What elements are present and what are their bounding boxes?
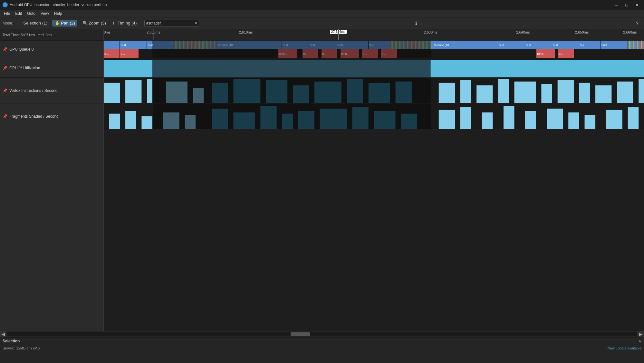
svg-rect-23 xyxy=(558,80,574,103)
pin-icon-gpu-util[interactable]: 📌 xyxy=(3,66,7,70)
track-label-gpu-queue: 📌 GPU Queue 0 xyxy=(0,41,104,58)
scrollbar-area: ◀ ▶ xyxy=(0,331,644,337)
menu-help[interactable]: Help xyxy=(52,11,65,16)
menu-edit[interactable]: Edit xyxy=(13,11,24,16)
svg-rect-25 xyxy=(595,85,611,103)
svg-rect-19 xyxy=(476,85,493,103)
help-button[interactable]: ? xyxy=(633,19,641,27)
fragments-label: Fragments Shaded / Second xyxy=(9,114,59,119)
selection-header: Selection ∧ xyxy=(0,338,644,345)
ruler-tick-line xyxy=(630,29,630,40)
maximize-button[interactable]: □ xyxy=(622,1,631,8)
svg-rect-48 xyxy=(547,109,563,129)
track-label-gpu-util: 📌 GPU % Utilization xyxy=(0,58,104,78)
svg-rect-22 xyxy=(541,84,552,103)
queue-binn-chip[interactable]: B... xyxy=(120,49,139,58)
ruler-tick-line xyxy=(153,29,154,40)
server-value: 12MB of 77MB xyxy=(16,346,40,350)
ruler-label-col: Total Time: 5s071ms ⊢⊣ 2ms xyxy=(0,29,104,40)
svg-rect-26 xyxy=(617,82,633,103)
svg-rect-51 xyxy=(606,110,622,129)
ruler-tick-line xyxy=(338,29,339,40)
scale-label: 2ms xyxy=(45,33,52,37)
vertex-chart xyxy=(104,78,644,103)
scrollbar-thumb[interactable] xyxy=(291,332,310,336)
ruler-content-col: 27.744ms 2,590ms2,600ms2,610ms2,620ms2,6… xyxy=(104,29,644,40)
menu-file[interactable]: File xyxy=(1,11,13,16)
selection-icon: ⬚ xyxy=(18,21,22,25)
svg-rect-1 xyxy=(152,60,431,77)
selection-title: Selection xyxy=(3,339,20,343)
pin-icon-fragments[interactable]: 📌 xyxy=(3,114,7,119)
track-vertex: 📌 Vertex Instructions / Second xyxy=(0,78,644,103)
pan-icon: ✋ xyxy=(55,21,60,25)
svg-rect-27 xyxy=(639,79,644,103)
timeline-viewport: Total Time: 5s071ms ⊢⊣ 2ms 27.744ms 2,59… xyxy=(0,29,644,331)
scrollbar-left-button[interactable]: ◀ xyxy=(0,331,6,338)
pin-icon-gpu-queue[interactable]: 📌 xyxy=(3,47,7,52)
track-viz-fragments xyxy=(104,103,644,129)
scale-icon: ⊢⊣ xyxy=(38,33,44,37)
svg-rect-29 xyxy=(109,114,120,129)
svg-rect-28 xyxy=(153,78,430,103)
track-viz-vertex xyxy=(104,78,644,103)
svg-rect-0 xyxy=(104,60,152,77)
svg-rect-21 xyxy=(514,82,536,103)
collapse-icon[interactable]: ∧ xyxy=(639,339,641,343)
empty-area xyxy=(0,129,644,331)
search-clear-icon[interactable]: ✕ xyxy=(194,21,197,25)
mode-selection-button[interactable]: ⬚ Selection (1) xyxy=(16,20,49,26)
ruler-tick-label: 2,590ms xyxy=(104,30,111,34)
pin-icon-vertex[interactable]: 📌 xyxy=(3,88,7,93)
gpu-queue-label: GPU Queue 0 xyxy=(9,47,34,52)
search-input[interactable] xyxy=(146,21,194,25)
ruler-row: Total Time: 5s071ms ⊢⊣ 2ms 27.744ms 2,59… xyxy=(0,29,644,41)
menu-view[interactable]: View xyxy=(38,11,52,16)
empty-label-area xyxy=(0,129,104,331)
svg-rect-53 xyxy=(153,103,430,129)
shade-mid xyxy=(152,41,431,58)
close-button[interactable]: ✕ xyxy=(632,1,641,8)
menu-goto[interactable]: Goto xyxy=(24,11,38,16)
svg-rect-5 xyxy=(147,79,152,103)
search-box: ✕ xyxy=(144,20,199,26)
mode-zoom-button[interactable]: 🔍 Zoom (3) xyxy=(81,20,108,26)
ruler-tick-line xyxy=(104,29,104,40)
shade-right xyxy=(431,41,644,58)
status-content: Server: 12MB of 77MB New update availabl… xyxy=(0,345,644,351)
gpu-util-label: GPU % Utilization xyxy=(9,66,40,70)
svg-rect-45 xyxy=(482,113,493,129)
svg-rect-2 xyxy=(431,60,644,77)
svg-rect-50 xyxy=(585,115,596,129)
mode-pan-button[interactable]: ✋ Pan (2) xyxy=(53,20,77,26)
ruler-tick-line xyxy=(246,29,246,40)
queue-binn-chip[interactable]: B... xyxy=(104,49,120,58)
track-label-vertex: 📌 Vertex Instructions / Second xyxy=(0,78,104,103)
track-viz-gpu-queue: ... Surf... Surf... Surface (10... Surf.… xyxy=(104,41,644,58)
ruler-tick-line xyxy=(582,29,582,40)
svg-rect-30 xyxy=(125,111,136,129)
queue-chip[interactable]: Surf... xyxy=(120,41,147,49)
scrollbar-track[interactable] xyxy=(7,332,637,336)
minimize-button[interactable]: ─ xyxy=(612,1,621,8)
svg-rect-52 xyxy=(628,107,639,129)
utilization-chart xyxy=(104,58,644,77)
menu-bar: File Edit Goto View Help xyxy=(0,10,644,17)
queue-chip[interactable]: ... xyxy=(104,41,120,49)
svg-rect-24 xyxy=(579,83,590,103)
info-button[interactable]: ℹ xyxy=(412,19,420,27)
empty-viz-area xyxy=(104,129,644,331)
title-bar: Android GPU Inspector - chonky_bender_vu… xyxy=(0,0,644,10)
track-gpu-util: 📌 GPU % Utilization xyxy=(0,58,644,78)
track-fragments: 📌 Fragments Shaded / Second xyxy=(0,103,644,129)
vertex-label: Vertex Instructions / Second xyxy=(9,88,57,93)
svg-rect-43 xyxy=(439,110,455,129)
svg-rect-47 xyxy=(525,111,536,129)
timing-label: Timing (4) xyxy=(118,21,137,25)
svg-rect-44 xyxy=(460,107,471,129)
mode-timing-button[interactable]: ⊢ Timing (4) xyxy=(111,20,139,26)
new-update-link[interactable]: New update available xyxy=(608,346,641,350)
selection-label: Selection (1) xyxy=(23,21,47,25)
server-label: Server: xyxy=(3,346,14,350)
scrollbar-right-button[interactable]: ▶ xyxy=(638,331,644,338)
